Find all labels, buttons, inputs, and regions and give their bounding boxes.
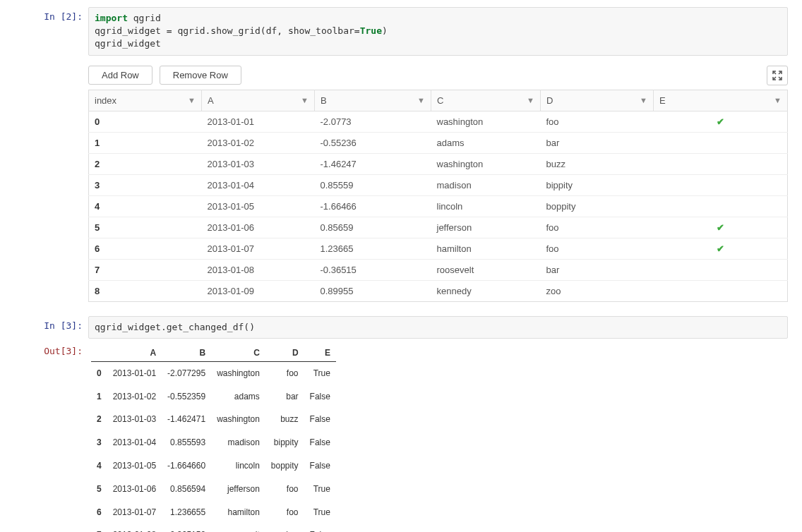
table-cell[interactable]: 2013-01-02 bbox=[202, 132, 315, 153]
df-cell: 2013-01-04 bbox=[107, 431, 162, 454]
filter-icon[interactable]: ▼ bbox=[417, 96, 425, 104]
df-cell: washington bbox=[211, 408, 265, 431]
cell-2-input: In [2]: import qgrid qgrid_widget = qgri… bbox=[14, 7, 788, 56]
table-cell[interactable]: 8 bbox=[89, 280, 202, 301]
table-cell[interactable]: 7 bbox=[89, 259, 202, 280]
filter-icon[interactable]: ▼ bbox=[527, 96, 534, 104]
df-cell: -0.365152 bbox=[162, 524, 211, 532]
table-cell[interactable]: foo bbox=[541, 111, 654, 132]
table-cell[interactable]: 2013-01-06 bbox=[202, 217, 315, 238]
filter-icon[interactable]: ▼ bbox=[640, 96, 647, 104]
table-cell[interactable]: roosevelt bbox=[431, 259, 541, 280]
table-cell-e[interactable] bbox=[654, 280, 788, 301]
table-cell[interactable]: 0.89955 bbox=[315, 280, 431, 301]
table-cell[interactable]: 2013-01-09 bbox=[202, 280, 315, 301]
table-row[interactable]: 52013-01-060.85659jeffersonfoo✔ bbox=[89, 217, 788, 238]
filter-icon[interactable]: ▼ bbox=[774, 96, 782, 104]
table-cell[interactable]: bippity bbox=[541, 174, 654, 195]
table-cell-e[interactable]: ✔ bbox=[654, 238, 788, 259]
table-cell[interactable]: washington bbox=[431, 153, 541, 174]
col-header-d[interactable]: D▼ bbox=[541, 90, 654, 111]
table-cell[interactable]: bar bbox=[541, 259, 654, 280]
table-row[interactable]: 42013-01-05-1.66466lincolnboppity bbox=[89, 195, 788, 217]
df-cell: bar bbox=[265, 524, 304, 532]
table-cell[interactable]: 1 bbox=[89, 132, 202, 153]
table-cell-e[interactable] bbox=[654, 153, 788, 174]
add-row-button[interactable]: Add Row bbox=[88, 66, 152, 85]
table-cell-e[interactable]: ✔ bbox=[654, 111, 788, 132]
table-row[interactable]: 72013-01-08-0.36515rooseveltbar bbox=[89, 259, 788, 280]
table-row[interactable]: 12013-01-02-0.55236adamsbar bbox=[89, 132, 788, 153]
table-cell[interactable]: 5 bbox=[89, 217, 202, 238]
code-input-3[interactable]: qgrid_widget.get_changed_df() bbox=[88, 316, 788, 339]
table-cell[interactable]: madison bbox=[431, 174, 541, 195]
table-row[interactable]: 02013-01-01-2.0773washingtonfoo✔ bbox=[89, 111, 788, 132]
table-cell[interactable]: hamilton bbox=[431, 238, 541, 259]
table-cell[interactable]: adams bbox=[431, 132, 541, 153]
table-cell[interactable]: 1.23665 bbox=[315, 238, 431, 259]
table-cell[interactable]: jefferson bbox=[431, 217, 541, 238]
df-cell: 2013-01-01 bbox=[107, 361, 162, 385]
table-cell[interactable]: 2013-01-03 bbox=[202, 153, 315, 174]
table-cell[interactable]: 0.85659 bbox=[315, 217, 431, 238]
table-row[interactable]: 82013-01-090.89955kennedyzoo bbox=[89, 280, 788, 301]
table-row[interactable]: 32013-01-040.85559madisonbippity bbox=[89, 174, 788, 195]
df-cell: False bbox=[304, 524, 336, 532]
table-row[interactable]: 22013-01-03-1.46247washingtonbuzz bbox=[89, 153, 788, 174]
table-cell[interactable]: 2013-01-08 bbox=[202, 259, 315, 280]
table-row[interactable]: 62013-01-071.23665hamiltonfoo✔ bbox=[89, 238, 788, 259]
table-cell-e[interactable] bbox=[654, 132, 788, 153]
table-cell[interactable]: buzz bbox=[541, 153, 654, 174]
table-cell[interactable]: 0 bbox=[89, 111, 202, 132]
qgrid-table[interactable]: index▼ A▼ B▼ C▼ D▼ E▼ 02013-01-01-2.0773… bbox=[88, 90, 788, 302]
table-cell[interactable]: 2013-01-05 bbox=[202, 195, 315, 217]
table-cell[interactable]: 2 bbox=[89, 153, 202, 174]
table-cell[interactable]: washington bbox=[431, 111, 541, 132]
df-cell: jefferson bbox=[211, 478, 265, 501]
table-cell[interactable]: -2.0773 bbox=[315, 111, 431, 132]
remove-row-button[interactable]: Remove Row bbox=[160, 66, 241, 85]
table-cell[interactable]: foo bbox=[541, 238, 654, 259]
col-header-a[interactable]: A▼ bbox=[202, 90, 315, 111]
table-cell[interactable]: lincoln bbox=[431, 195, 541, 217]
filter-icon[interactable]: ▼ bbox=[301, 96, 309, 104]
table-cell-e[interactable] bbox=[654, 195, 788, 217]
table-cell-e[interactable] bbox=[654, 174, 788, 195]
df-cell: foo bbox=[265, 501, 304, 524]
table-cell[interactable]: -1.66466 bbox=[315, 195, 431, 217]
col-header-c[interactable]: C▼ bbox=[431, 90, 541, 111]
table-cell[interactable]: foo bbox=[541, 217, 654, 238]
df-cell: roosevelt bbox=[211, 524, 265, 532]
table-cell[interactable]: zoo bbox=[541, 280, 654, 301]
table-cell[interactable]: -0.36515 bbox=[315, 259, 431, 280]
df-cell: -1.664660 bbox=[162, 454, 211, 478]
table-cell-e[interactable]: ✔ bbox=[654, 217, 788, 238]
check-icon: ✔ bbox=[717, 222, 724, 233]
table-cell[interactable]: boppity bbox=[541, 195, 654, 217]
table-cell[interactable]: 3 bbox=[89, 174, 202, 195]
table-cell[interactable]: 0.85559 bbox=[315, 174, 431, 195]
table-cell[interactable]: 4 bbox=[89, 195, 202, 217]
df-cell: False bbox=[304, 431, 336, 454]
table-cell[interactable]: -0.55236 bbox=[315, 132, 431, 153]
code-input-2[interactable]: import qgrid qgrid_widget = qgrid.show_g… bbox=[88, 7, 788, 56]
table-cell-e[interactable] bbox=[654, 259, 788, 280]
table-cell[interactable]: 6 bbox=[89, 238, 202, 259]
col-header-index[interactable]: index▼ bbox=[89, 90, 202, 111]
fullscreen-button[interactable] bbox=[767, 66, 788, 85]
col-header-b[interactable]: B▼ bbox=[315, 90, 431, 111]
table-cell[interactable]: kennedy bbox=[431, 280, 541, 301]
df-cell: lincoln bbox=[211, 454, 265, 478]
table-cell[interactable]: bar bbox=[541, 132, 654, 153]
filter-icon[interactable]: ▼ bbox=[188, 96, 196, 104]
table-cell[interactable]: 2013-01-04 bbox=[202, 174, 315, 195]
table-cell[interactable]: 2013-01-01 bbox=[202, 111, 315, 132]
table-cell[interactable]: 2013-01-07 bbox=[202, 238, 315, 259]
df-row: 52013-01-060.856594jeffersonfooTrue bbox=[91, 478, 336, 501]
df-cell: False bbox=[304, 408, 336, 431]
df-col-b: B bbox=[162, 344, 211, 362]
table-cell[interactable]: -1.46247 bbox=[315, 153, 431, 174]
col-header-e[interactable]: E▼ bbox=[654, 90, 788, 111]
check-icon: ✔ bbox=[717, 116, 724, 127]
df-cell: True bbox=[304, 478, 336, 501]
